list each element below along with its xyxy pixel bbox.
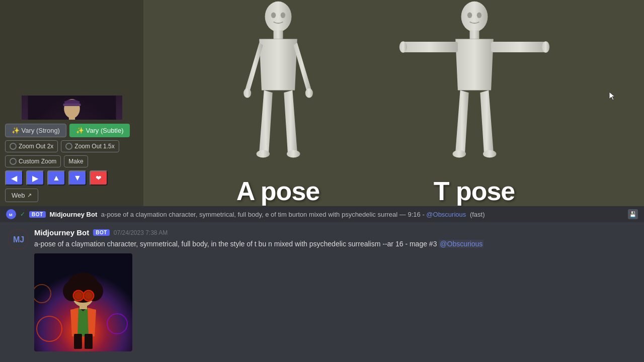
arrow-right-button[interactable]: ▶ xyxy=(26,170,44,186)
notification-speed: (fast) xyxy=(470,211,485,218)
bot-avatar-svg: MJ xyxy=(8,229,28,249)
svg-point-15 xyxy=(305,88,312,98)
custom-zoom-label: Custom Zoom xyxy=(19,158,56,165)
a-pose-figure xyxy=(228,0,329,171)
message-image-thumbnail[interactable] xyxy=(34,253,132,351)
notification-separator: — xyxy=(399,211,408,218)
vary-buttons-row: ✨ Vary (Strong) ✨ Vary (Subtle) xyxy=(5,124,138,137)
radio-zoom-1-5x xyxy=(65,143,72,150)
bot-avatar: MJ xyxy=(8,229,28,249)
svg-text:MJ: MJ xyxy=(13,235,24,244)
zoom-out-1-5x-label: Zoom Out 1.5x xyxy=(74,143,114,150)
notification-timestamp: 9:16 xyxy=(408,211,420,218)
message-body: Midjourney Bot BOT 07/24/2023 7:38 AM a-… xyxy=(34,228,636,351)
message-header: Midjourney Bot BOT 07/24/2023 7:38 AM xyxy=(34,228,636,237)
svg-point-43 xyxy=(74,292,83,300)
svg-rect-22 xyxy=(400,42,457,52)
svg-point-27 xyxy=(483,150,496,157)
svg-rect-50 xyxy=(85,334,93,349)
svg-point-44 xyxy=(85,292,93,300)
svg-point-29 xyxy=(476,13,481,18)
svg-point-17 xyxy=(287,150,300,157)
svg-point-24 xyxy=(399,41,407,53)
zoom-buttons-row: Zoom Out 2x Zoom Out 1.5x Custom Zoom Ma… xyxy=(5,140,138,167)
svg-point-12 xyxy=(265,2,291,32)
bottom-section: M ✓ BOT Midjourney Bot a-pose of a claym… xyxy=(0,206,644,362)
svg-point-18 xyxy=(271,13,275,18)
vary-subtle-button[interactable]: ✨ Vary (Subtle) xyxy=(69,124,130,137)
message-content: a-pose of a claymation character, symmet… xyxy=(34,240,437,248)
svg-point-16 xyxy=(256,150,269,157)
zoom-out-1-5x-button[interactable]: Zoom Out 1.5x xyxy=(61,140,119,152)
svg-point-14 xyxy=(244,88,251,98)
message-timestamp: 07/24/2023 7:38 AM xyxy=(114,229,168,236)
save-icon[interactable]: 💾 xyxy=(628,209,638,219)
vary-strong-button[interactable]: ✨ Vary (Strong) xyxy=(5,124,66,137)
notification-bot-name: Midjourney Bot xyxy=(50,211,98,218)
web-label: Web xyxy=(12,192,25,199)
notification-prompt: a-pose of a claymation character, symmet… xyxy=(101,211,397,218)
t-pose-figure xyxy=(389,0,560,171)
web-button[interactable]: Web ↗ xyxy=(5,189,38,202)
notification-bot-avatar: M xyxy=(6,209,16,219)
zoom-out-2x-label: Zoom Out 2x xyxy=(19,143,53,150)
svg-point-19 xyxy=(280,13,285,18)
zoom-out-2x-button[interactable]: Zoom Out 2x xyxy=(5,140,58,152)
bot-avatar-icon: M xyxy=(8,211,15,218)
message-bot-badge: BOT xyxy=(93,229,110,236)
notification-bot-badge: BOT xyxy=(29,211,46,218)
a-pose-container: A pose xyxy=(228,0,329,206)
arrow-up-button[interactable]: ▲ xyxy=(47,170,65,186)
svg-text:M: M xyxy=(9,213,13,217)
svg-rect-13 xyxy=(273,30,283,39)
message-text: a-pose of a claymation character, symmet… xyxy=(34,239,636,249)
message-username: Midjourney Bot xyxy=(34,228,89,237)
models-overlay: A pose xyxy=(143,0,644,206)
svg-rect-21 xyxy=(469,30,479,39)
check-icon: ✓ xyxy=(20,211,25,218)
t-pose-container: T pose xyxy=(389,0,560,206)
a-pose-label: A pose xyxy=(236,176,319,206)
nav-buttons-row: ◀ ▶ ▲ ▼ ❤ Web ↗ xyxy=(5,170,138,202)
custom-zoom-button[interactable]: Custom Zoom xyxy=(5,155,61,167)
notification-text: Midjourney Bot a-pose of a claymation ch… xyxy=(50,211,624,218)
svg-point-26 xyxy=(452,150,465,157)
radio-custom-zoom xyxy=(10,158,17,165)
svg-point-28 xyxy=(467,13,471,18)
radio-zoom-2x xyxy=(10,143,17,150)
message-mention[interactable]: @Obscurious xyxy=(439,240,484,248)
svg-rect-49 xyxy=(74,334,82,349)
t-pose-label: T pose xyxy=(434,176,515,206)
svg-point-25 xyxy=(542,41,549,53)
notification-bar: M ✓ BOT Midjourney Bot a-pose of a claym… xyxy=(0,206,644,222)
heart-button[interactable]: ❤ xyxy=(90,170,108,186)
svg-point-20 xyxy=(461,2,488,32)
arrow-left-button[interactable]: ◀ xyxy=(5,170,23,186)
svg-rect-23 xyxy=(491,42,548,52)
action-buttons-panel: ✨ Vary (Strong) ✨ Vary (Subtle) Zoom Out… xyxy=(0,120,143,206)
message-container: MJ Midjourney Bot BOT 07/24/2023 7:38 AM… xyxy=(0,222,644,357)
svg-rect-11 xyxy=(63,104,80,106)
thumbnail-svg xyxy=(34,253,132,351)
external-link-icon: ↗ xyxy=(27,192,32,199)
make-button[interactable]: Make xyxy=(64,155,88,167)
notification-user: @Obscurious xyxy=(426,211,466,218)
arrow-down-button[interactable]: ▼ xyxy=(68,170,87,186)
